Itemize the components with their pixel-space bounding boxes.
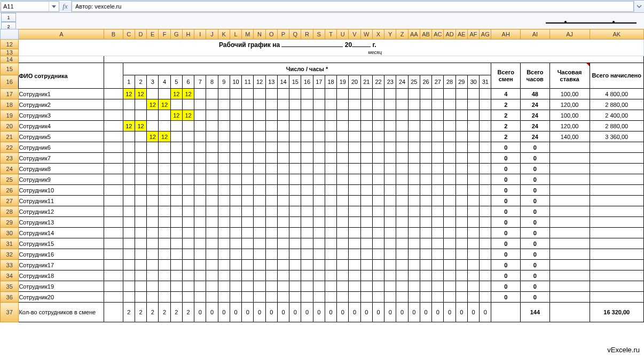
day-cell[interactable] [123, 99, 135, 110]
cell[interactable] [104, 56, 644, 63]
col-head[interactable]: Y [384, 29, 396, 40]
cell[interactable] [104, 196, 123, 206]
col-head[interactable]: G [170, 29, 182, 40]
day-cell[interactable] [480, 249, 491, 260]
day-number[interactable]: 14 [277, 75, 289, 88]
day-cell[interactable] [360, 238, 372, 249]
day-cell[interactable] [254, 238, 265, 249]
total-hours-cell[interactable]: 0 [521, 217, 550, 228]
hour-rate-cell[interactable] [549, 153, 590, 164]
day-cell[interactable] [325, 110, 336, 121]
day-cell[interactable] [337, 89, 349, 99]
day-cell[interactable]: 12 [135, 89, 146, 99]
day-cell[interactable] [265, 249, 277, 260]
total-shifts-cell[interactable]: 0 [491, 153, 521, 164]
day-cell[interactable] [408, 206, 420, 217]
day-cell[interactable] [277, 281, 289, 292]
day-cell[interactable] [194, 281, 206, 292]
sheet-title-cell[interactable]: Рабочий график на 20 г. [104, 40, 491, 49]
col-head[interactable]: S [313, 29, 325, 40]
cell[interactable] [104, 249, 123, 260]
day-cell[interactable] [242, 110, 254, 121]
day-cell[interactable] [159, 270, 170, 281]
day-cell[interactable] [182, 270, 194, 281]
day-cell[interactable] [135, 164, 146, 174]
day-cell[interactable] [444, 174, 455, 185]
footer-day[interactable]: 0 [480, 303, 491, 322]
row-head[interactable]: 28 [1, 206, 19, 217]
day-cell[interactable] [159, 185, 170, 196]
day-cell[interactable] [242, 238, 254, 249]
day-cell[interactable] [254, 228, 265, 238]
day-cell[interactable] [349, 174, 360, 185]
header-total-pay[interactable]: Всего начислено [590, 63, 644, 89]
day-cell[interactable] [467, 110, 479, 121]
day-cell[interactable] [206, 153, 218, 164]
day-cell[interactable] [170, 260, 182, 270]
col-head[interactable]: U [337, 29, 349, 40]
footer-day[interactable]: 2 [147, 303, 159, 322]
day-cell[interactable] [349, 142, 360, 153]
day-cell[interactable] [325, 260, 336, 270]
day-cell[interactable] [194, 99, 206, 110]
day-cell[interactable] [301, 110, 313, 121]
day-cell[interactable] [301, 238, 313, 249]
day-cell[interactable] [432, 281, 444, 292]
day-cell[interactable] [230, 153, 241, 164]
day-cell[interactable] [301, 270, 313, 281]
day-cell[interactable] [218, 110, 230, 121]
day-cell[interactable] [384, 99, 396, 110]
day-cell[interactable] [289, 260, 301, 270]
day-cell[interactable] [444, 185, 455, 196]
day-cell[interactable] [360, 270, 372, 281]
day-cell[interactable] [206, 217, 218, 228]
total-shifts-cell[interactable]: 0 [491, 270, 521, 281]
day-cell[interactable] [182, 281, 194, 292]
day-cell[interactable] [254, 121, 265, 131]
day-cell[interactable] [123, 249, 135, 260]
day-cell[interactable] [408, 110, 420, 121]
col-head[interactable]: AD [444, 29, 455, 40]
day-cell[interactable] [480, 153, 491, 164]
day-cell[interactable] [313, 281, 325, 292]
footer-day[interactable]: 0 [254, 303, 265, 322]
day-number[interactable]: 26 [420, 75, 431, 88]
day-cell[interactable] [218, 238, 230, 249]
day-cell[interactable] [170, 238, 182, 249]
day-cell[interactable] [301, 89, 313, 99]
footer-day[interactable]: 2 [135, 303, 146, 322]
day-cell[interactable] [218, 185, 230, 196]
day-cell[interactable] [384, 89, 396, 99]
day-cell[interactable] [325, 281, 336, 292]
footer-day[interactable]: 0 [420, 303, 431, 322]
day-cell[interactable] [135, 260, 146, 270]
day-cell[interactable] [218, 121, 230, 131]
row-head[interactable]: 31 [1, 238, 19, 249]
day-cell[interactable] [242, 260, 254, 270]
total-pay-cell[interactable]: 4 800,00 [590, 89, 644, 99]
day-cell[interactable] [396, 270, 408, 281]
day-cell[interactable] [455, 238, 467, 249]
col-head[interactable]: M [242, 29, 254, 40]
row-head[interactable]: 33 [1, 260, 19, 270]
day-cell[interactable] [230, 164, 241, 174]
total-pay-cell[interactable] [590, 185, 644, 196]
day-cell[interactable] [242, 89, 254, 99]
footer-day[interactable]: 0 [301, 303, 313, 322]
day-cell[interactable] [289, 206, 301, 217]
day-cell[interactable] [372, 292, 384, 303]
day-cell[interactable] [372, 260, 384, 270]
day-cell[interactable] [277, 196, 289, 206]
day-cell[interactable] [265, 196, 277, 206]
day-cell[interactable] [337, 131, 349, 142]
day-cell[interactable] [218, 217, 230, 228]
day-cell[interactable] [123, 110, 135, 121]
day-cell[interactable] [337, 121, 349, 131]
day-cell[interactable] [455, 185, 467, 196]
day-cell[interactable] [265, 153, 277, 164]
col-head[interactable]: Q [289, 29, 301, 40]
day-cell[interactable] [360, 185, 372, 196]
day-cell[interactable] [467, 260, 479, 270]
day-cell[interactable] [147, 153, 159, 164]
day-cell[interactable] [230, 185, 241, 196]
